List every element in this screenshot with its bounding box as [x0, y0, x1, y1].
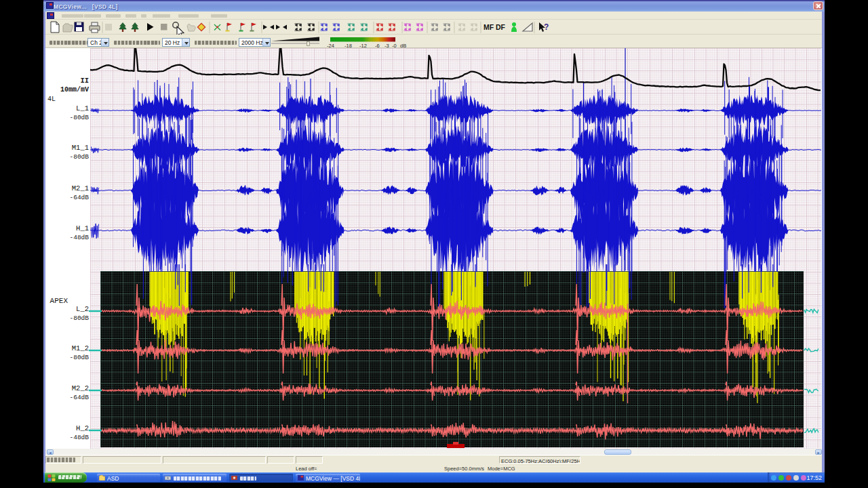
svg-text:H_1: H_1: [76, 224, 89, 232]
svg-text:-80dB: -80dB: [69, 114, 89, 121]
svg-text:-80dB: -80dB: [69, 153, 89, 161]
svg-text:M2_2: M2_2: [72, 384, 89, 392]
svg-text:L_2: L_2: [76, 305, 89, 313]
svg-text:II: II: [80, 77, 89, 85]
svg-text:10mm/mV: 10mm/mV: [60, 86, 89, 94]
svg-text:M2_1: M2_1: [72, 184, 89, 192]
svg-text:-6: -6: [375, 43, 380, 48]
svg-text:-64dB: -64dB: [69, 394, 89, 401]
svg-text:-12: -12: [359, 43, 367, 48]
svg-text:-80dB: -80dB: [69, 314, 89, 322]
svg-text:?: ?: [544, 22, 549, 32]
svg-text:-80dB: -80dB: [69, 354, 89, 361]
svg-text:4L: 4L: [47, 96, 56, 103]
svg-text:M1_1: M1_1: [72, 144, 89, 152]
svg-text:L_1: L_1: [76, 104, 89, 113]
svg-text:DF: DF: [496, 23, 506, 31]
svg-text:-48dB: -48dB: [69, 434, 89, 441]
svg-text:-64dB: -64dB: [69, 194, 89, 201]
svg-text:dB: dB: [400, 43, 406, 48]
svg-text:M1_2: M1_2: [72, 344, 89, 352]
svg-text:APEX: APEX: [50, 297, 68, 305]
svg-text:-18: -18: [344, 43, 352, 48]
svg-text:-3: -3: [384, 43, 389, 48]
svg-text:-24: -24: [327, 43, 334, 48]
svg-text:-48dB: -48dB: [69, 234, 89, 241]
svg-text:-0: -0: [392, 43, 397, 48]
svg-text:H_2: H_2: [76, 424, 89, 432]
svg-text:MF: MF: [484, 23, 494, 31]
